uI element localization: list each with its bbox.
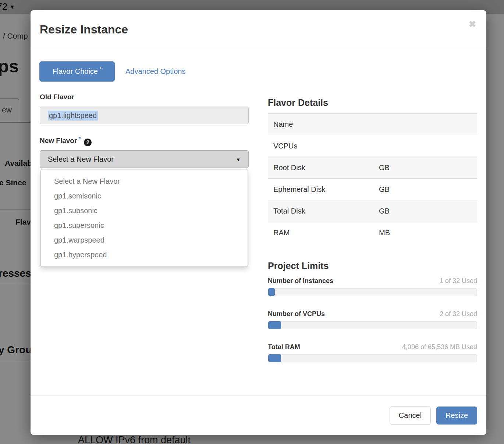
help-icon[interactable]: ? xyxy=(84,139,92,146)
flavor-option[interactable]: gp1.warpspeed xyxy=(41,233,248,247)
flavor-option[interactable]: gp1.subsonic xyxy=(41,203,248,218)
tab-flavor-choice[interactable]: Flavor Choice* xyxy=(39,61,115,82)
flavor-option[interactable]: gp1.hyperspeed xyxy=(41,247,248,262)
modal-tabs: Flavor Choice* Advanced Options xyxy=(39,61,185,82)
quota-progress-track xyxy=(268,321,477,329)
flavor-detail-row: VCPUs xyxy=(268,135,477,157)
flavor-detail-label: Root Disk xyxy=(268,164,379,172)
quota-label: Number of Instances xyxy=(268,277,333,285)
old-flavor-input[interactable]: gp1.lightspeed xyxy=(40,107,249,124)
flavor-detail-unit: GB xyxy=(379,207,390,215)
required-marker: * xyxy=(78,135,81,142)
quota-label: Total RAM xyxy=(268,343,300,351)
flavor-dropdown: Select a New Flavorgp1.semisonicgp1.subs… xyxy=(40,169,248,267)
flavor-detail-row: RAMMB xyxy=(268,222,477,243)
flavor-option[interactable]: Select a New Flavor xyxy=(41,174,248,189)
quota-progress-fill xyxy=(268,288,275,296)
quota-progress-track xyxy=(268,354,477,362)
resize-button[interactable]: Resize xyxy=(436,407,477,425)
quota-block: Number of VCPUs2 of 32 Used xyxy=(268,310,477,329)
quota-block: Total RAM4,096 of 65,536 MB Used xyxy=(268,343,477,362)
flavor-detail-row: Total DiskGB xyxy=(268,200,477,222)
flavor-detail-label: VCPUs xyxy=(268,142,379,150)
flavor-detail-row: Name xyxy=(268,113,477,135)
flavor-details-table: NameVCPUsRoot DiskGBEphemeral DiskGBTota… xyxy=(268,113,477,243)
header-divider xyxy=(31,49,486,49)
flavor-detail-row: Ephemeral DiskGB xyxy=(268,178,477,200)
quota-usage: 4,096 of 65,536 MB Used xyxy=(402,343,477,351)
close-icon[interactable]: ✖ xyxy=(469,20,476,29)
tab-advanced-options[interactable]: Advanced Options xyxy=(125,67,185,76)
resize-instance-modal: Resize Instance ✖ Flavor Choice* Advance… xyxy=(31,10,486,435)
footer-divider xyxy=(31,395,486,395)
flavor-detail-unit: MB xyxy=(379,229,390,237)
quota-block: Number of Instances1 of 32 Used xyxy=(268,277,477,296)
new-flavor-label: New Flavor*? xyxy=(40,137,92,146)
screen: 72▼ / Comp ps ew Availabi e Since Flav r… xyxy=(0,0,504,444)
modal-title: Resize Instance xyxy=(40,23,128,36)
new-flavor-label-text: New Flavor xyxy=(40,137,77,144)
flavor-detail-label: Total Disk xyxy=(268,207,379,215)
flavor-option[interactable]: gp1.semisonic xyxy=(41,189,248,203)
select-caret-icon: ▼ xyxy=(236,157,241,162)
flavor-details-heading: Flavor Details xyxy=(268,97,328,108)
required-marker: * xyxy=(100,66,102,72)
flavor-detail-label: Name xyxy=(268,120,379,129)
quota-progress-fill xyxy=(268,321,281,329)
new-flavor-select[interactable]: Select a New Flavor▼ xyxy=(40,150,249,168)
old-flavor-value: gp1.lightspeed xyxy=(48,111,98,121)
flavor-detail-label: RAM xyxy=(268,229,379,237)
quota-label: Number of VCPUs xyxy=(268,310,325,318)
flavor-detail-row: Root DiskGB xyxy=(268,157,477,178)
project-limits-quotas: Number of Instances1 of 32 UsedNumber of… xyxy=(268,277,477,376)
quota-usage: 1 of 32 Used xyxy=(440,277,477,285)
quota-progress-track xyxy=(268,288,477,296)
quota-usage: 2 of 32 Used xyxy=(440,310,477,318)
flavor-detail-unit: GB xyxy=(379,185,390,194)
flavor-detail-label: Ephemeral Disk xyxy=(268,185,379,194)
tab-flavor-choice-label: Flavor Choice xyxy=(53,67,98,76)
flavor-option[interactable]: gp1.supersonic xyxy=(41,218,248,233)
old-flavor-label: Old Flavor xyxy=(40,93,74,101)
flavor-detail-unit: GB xyxy=(379,164,390,172)
quota-progress-fill xyxy=(268,354,281,362)
cancel-button[interactable]: Cancel xyxy=(390,407,431,425)
project-limits-heading: Project Limits xyxy=(268,261,329,271)
new-flavor-selected-value: Select a New Flavor xyxy=(48,155,114,164)
